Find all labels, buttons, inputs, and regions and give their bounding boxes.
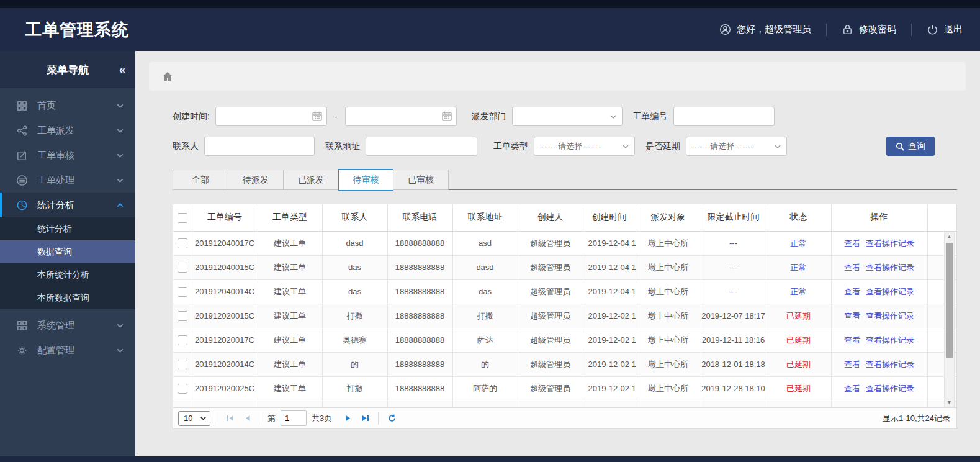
cell-created: 2019-12-02 16 xyxy=(583,304,636,328)
orders-panel: 工单编号 工单类型 联系人 联系电话 联系地址 创建人 创建时间 派发对象 限定… xyxy=(173,204,957,429)
pagination-bar: 10 第 共3页 xyxy=(173,407,956,428)
submenu-item-local-data-query[interactable]: 本所数据查询 xyxy=(0,286,135,309)
submenu-item-label: 统计分析 xyxy=(37,224,72,235)
sidebar-item-label: 工单处理 xyxy=(37,174,74,186)
create-time-start-field xyxy=(215,107,327,126)
tab-dispatched[interactable]: 已派发 xyxy=(283,170,338,190)
dispatch-dept-select[interactable] xyxy=(512,107,623,126)
scrollbar-thumb[interactable] xyxy=(946,243,953,358)
sidebar-item-home[interactable]: 首页 xyxy=(0,93,135,118)
sidebar-item-review[interactable]: 工单审核 xyxy=(0,143,135,168)
row-checkbox[interactable] xyxy=(178,287,187,297)
view-link[interactable]: 查看 xyxy=(844,384,860,393)
view-log-link[interactable]: 查看操作记录 xyxy=(866,238,914,248)
contact-input[interactable] xyxy=(204,137,315,156)
view-link[interactable]: 查看 xyxy=(844,311,860,320)
view-log-link[interactable]: 查看操作记录 xyxy=(866,311,914,320)
view-log-link[interactable]: 查看操作记录 xyxy=(866,287,914,296)
divider xyxy=(826,24,827,36)
row-checkbox[interactable] xyxy=(178,311,187,321)
column-header-filler xyxy=(927,204,956,231)
cell-phone: 18888888888 xyxy=(387,231,452,255)
sidebar-item-label: 系统管理 xyxy=(37,320,74,332)
user-greeting[interactable]: 您好，超级管理员 xyxy=(719,24,811,35)
last-page-button[interactable] xyxy=(358,412,372,425)
cell-actions: 查看查看操作记录 xyxy=(831,328,927,352)
submenu-item-data-query[interactable]: 数据查询 xyxy=(0,240,135,263)
sidebar-collapse-icon[interactable]: « xyxy=(119,63,124,76)
order-no-input[interactable] xyxy=(673,107,775,126)
logout-button[interactable]: 退出 xyxy=(927,24,963,35)
row-checkbox[interactable] xyxy=(178,263,187,273)
view-link[interactable]: 查看 xyxy=(844,238,860,248)
tab-all[interactable]: 全部 xyxy=(173,170,228,190)
row-checkbox[interactable] xyxy=(178,360,187,369)
vertical-scrollbar[interactable]: ▲ ▼ xyxy=(944,232,955,407)
row-select-cell xyxy=(173,255,192,279)
delay-select[interactable]: -------请选择------- xyxy=(686,137,787,156)
row-checkbox[interactable] xyxy=(178,238,187,248)
window-top-strip xyxy=(0,0,980,8)
scroll-up-arrow[interactable]: ▲ xyxy=(945,232,954,241)
cell-phone: 18888888888 xyxy=(387,328,452,352)
scroll-down-arrow[interactable]: ▼ xyxy=(945,398,954,407)
sidebar-item-dispatch[interactable]: 工单派发 xyxy=(0,118,135,143)
cell-actions: 查看查看操作记录 xyxy=(831,231,927,255)
order-no-label: 工单编号 xyxy=(633,111,668,122)
home-icon[interactable] xyxy=(161,70,174,83)
next-page-button[interactable] xyxy=(341,412,354,425)
cell-deadline: 2019-12-11 18:16 xyxy=(701,328,766,352)
address-input[interactable] xyxy=(366,137,477,156)
submenu-item-label: 本所统计分析 xyxy=(37,270,89,281)
row-select-cell xyxy=(173,328,192,352)
view-log-link[interactable]: 查看操作记录 xyxy=(866,335,914,345)
search-button-label: 查询 xyxy=(908,141,925,152)
view-log-link[interactable]: 查看操作记录 xyxy=(866,384,914,393)
dispatch-dept-label: 派发部门 xyxy=(472,111,506,122)
create-time-end-input[interactable] xyxy=(345,107,457,126)
select-all-checkbox[interactable] xyxy=(178,213,187,223)
submenu-item-local-statistics[interactable]: 本所统计分析 xyxy=(0,263,135,286)
status-badge: 正常 xyxy=(766,279,831,304)
status-badge: 已延期 xyxy=(766,352,831,376)
sidebar-item-statistics[interactable]: 统计分析 xyxy=(0,192,135,217)
view-link[interactable]: 查看 xyxy=(844,360,860,369)
search-button[interactable]: 查询 xyxy=(886,137,935,156)
create-time-label: 创建时间: xyxy=(173,111,210,122)
tab-reviewed[interactable]: 已审核 xyxy=(393,170,449,190)
view-link[interactable]: 查看 xyxy=(844,335,860,345)
search-icon xyxy=(896,142,904,151)
tab-to-dispatch[interactable]: 待派发 xyxy=(228,170,283,190)
sidebar-menu: 首页 工单派发 工单审核 工单处理 统计分析 xyxy=(0,88,135,363)
cell-phone xyxy=(387,401,452,407)
prev-page-button[interactable] xyxy=(241,412,254,425)
cell-creator: 超级管理员 xyxy=(518,328,583,352)
sidebar-item-process[interactable]: 工单处理 xyxy=(0,168,135,192)
page-size-select[interactable]: 10 xyxy=(178,411,210,426)
order-type-select[interactable]: -------请选择------- xyxy=(534,137,635,156)
row-checkbox[interactable] xyxy=(178,384,187,394)
page-number-input[interactable] xyxy=(281,410,307,426)
view-log-link[interactable]: 查看操作记录 xyxy=(866,263,914,272)
table-scroll-area: 工单编号 工单类型 联系人 联系电话 联系地址 创建人 创建时间 派发对象 限定… xyxy=(173,204,956,407)
row-select-cell xyxy=(173,352,192,376)
view-link[interactable]: 查看 xyxy=(844,263,860,272)
sidebar-item-config[interactable]: 配置管理 xyxy=(0,338,135,363)
view-log-link[interactable]: 查看操作记录 xyxy=(866,360,914,369)
tab-to-review[interactable]: 待审核 xyxy=(338,169,393,191)
header-actions: 您好，超级管理员 修改密码 退出 xyxy=(719,24,963,36)
submenu-item-statistics[interactable]: 统计分析 xyxy=(0,217,135,240)
change-password-label: 修改密码 xyxy=(859,24,896,35)
change-password-button[interactable]: 修改密码 xyxy=(842,24,896,35)
sidebar-item-system[interactable]: 系统管理 xyxy=(0,313,135,338)
calendar-icon[interactable] xyxy=(312,111,323,122)
row-checkbox[interactable] xyxy=(178,335,187,345)
calendar-icon[interactable] xyxy=(441,111,452,122)
column-header: 联系人 xyxy=(322,204,387,231)
first-page-button[interactable] xyxy=(223,412,237,425)
view-link[interactable]: 查看 xyxy=(844,287,860,296)
refresh-button[interactable] xyxy=(385,412,398,425)
divider xyxy=(261,412,261,425)
column-header: 状态 xyxy=(766,204,831,231)
create-time-start-input[interactable] xyxy=(215,107,327,126)
